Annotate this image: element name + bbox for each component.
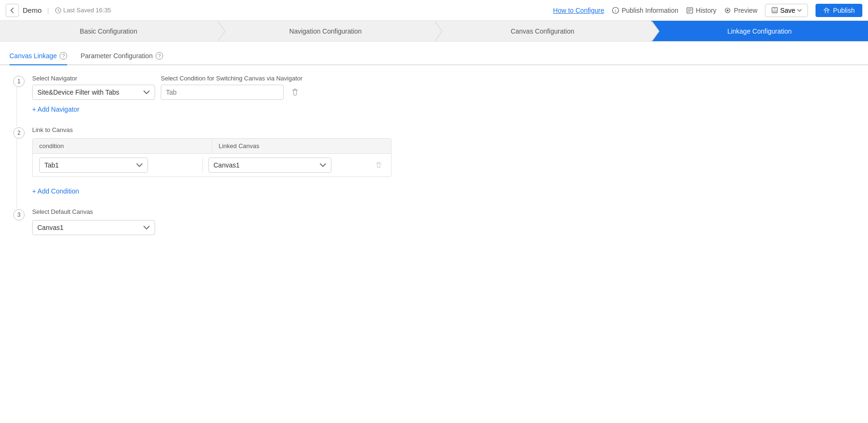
history-action[interactable]: History [686,7,717,14]
back-icon [9,7,16,14]
tabs-bar: Canvas Linkage ? Parameter Configuration… [0,47,868,65]
navigator-dropdown-chevron [143,89,150,96]
canvas1-dropdown[interactable]: Canvas1 [208,158,331,173]
add-condition-link[interactable]: + Add Condition [32,187,79,195]
section-link-to-canvas: 2 Link to Canvas condition Linked Canvas… [11,126,857,195]
default-canvas-label: Select Default Canvas [32,208,857,215]
step-basic[interactable]: Basic Configuration [0,21,217,41]
back-button[interactable] [6,4,19,17]
svg-point-8 [727,9,729,11]
trash-icon [291,88,299,97]
select-navigator-label: Select Navigator [32,75,155,82]
parameter-config-help-icon: ? [156,52,163,60]
default-canvas-dropdown[interactable]: Canvas1 [32,220,155,235]
save-button[interactable]: Save [765,4,808,17]
app-title: Demo [23,6,42,14]
history-icon [686,7,694,14]
canvas1-chevron [320,162,326,168]
step-canvas[interactable]: Canvas Configuration [434,21,651,41]
step-linkage[interactable]: Linkage Configuration [651,21,868,41]
select-condition-label: Select Condition for Switching Canvas vi… [161,75,303,82]
publish-icon [823,7,830,14]
svg-rect-11 [773,10,777,13]
condition-cell: Tab1 [37,158,203,173]
link-canvas-table: condition Linked Canvas Tab1 [32,138,391,177]
header: Demo | Last Saved 16:35 How to Configure… [0,0,868,21]
step-navigation[interactable]: Navigation Configuration [217,21,434,41]
section2-body: Link to Canvas condition Linked Canvas T… [32,126,857,195]
header-separator: | [47,7,49,14]
add-navigator-link[interactable]: + Add Navigator [32,106,79,113]
svg-text:i: i [615,9,616,13]
info-icon: i [612,7,619,14]
preview-icon [724,7,731,14]
step-number-3: 3 [13,209,25,220]
condition-input[interactable] [161,85,284,100]
how-to-configure-link[interactable]: How to Configure [553,7,604,14]
save-icon [771,7,778,14]
condition-column-header: condition [33,139,212,153]
step-number-2: 2 [13,127,25,139]
link-to-canvas-label: Link to Canvas [32,126,857,133]
delete-condition-icon[interactable] [287,85,303,100]
preview-action[interactable]: Preview [724,7,757,14]
save-dropdown-icon [797,8,802,13]
section1-fields-row: Select Navigator Site&Device Filter with… [32,75,857,100]
tab-parameter-configuration[interactable]: Parameter Configuration ? [80,47,163,65]
condition-field: Select Condition for Switching Canvas vi… [161,75,303,100]
table-row: Tab1 Canvas1 [33,154,391,176]
delete-row-icon[interactable] [371,158,386,173]
clock-icon [55,7,61,14]
step-number-1: 1 [13,76,25,87]
navigator-field: Select Navigator Site&Device Filter with… [32,75,155,100]
table-header: condition Linked Canvas [33,139,391,154]
section3-body: Select Default Canvas Canvas1 [32,208,857,235]
steps-bar: Basic Configuration Navigation Configura… [0,21,868,42]
row-trash-icon [375,161,382,169]
canvas-cell: Canvas1 [207,158,368,173]
header-right: How to Configure i Publish Information H… [553,4,862,17]
tab1-chevron [136,162,143,168]
linked-canvas-column-header: Linked Canvas [212,139,391,153]
tab1-dropdown[interactable]: Tab1 [39,158,148,173]
publish-information-action[interactable]: i Publish Information [612,7,678,14]
tab-canvas-linkage[interactable]: Canvas Linkage ? [9,47,67,65]
main-content: 1 Select Navigator Site&Device Filter wi… [0,65,868,258]
svg-rect-10 [773,8,776,9]
navigator-dropdown[interactable]: Site&Device Filter with Tabs [32,85,155,100]
section-select-navigator: 1 Select Navigator Site&Device Filter wi… [11,75,857,113]
last-saved: Last Saved 16:35 [55,7,111,14]
publish-button[interactable]: Publish [816,4,862,17]
canvas-linkage-help-icon: ? [60,52,67,60]
header-left: Demo | Last Saved 16:35 [6,4,111,17]
section1-body: Select Navigator Site&Device Filter with… [32,75,857,113]
section-default-canvas: 3 Select Default Canvas Canvas1 [11,208,857,235]
default-canvas-chevron [143,224,150,231]
